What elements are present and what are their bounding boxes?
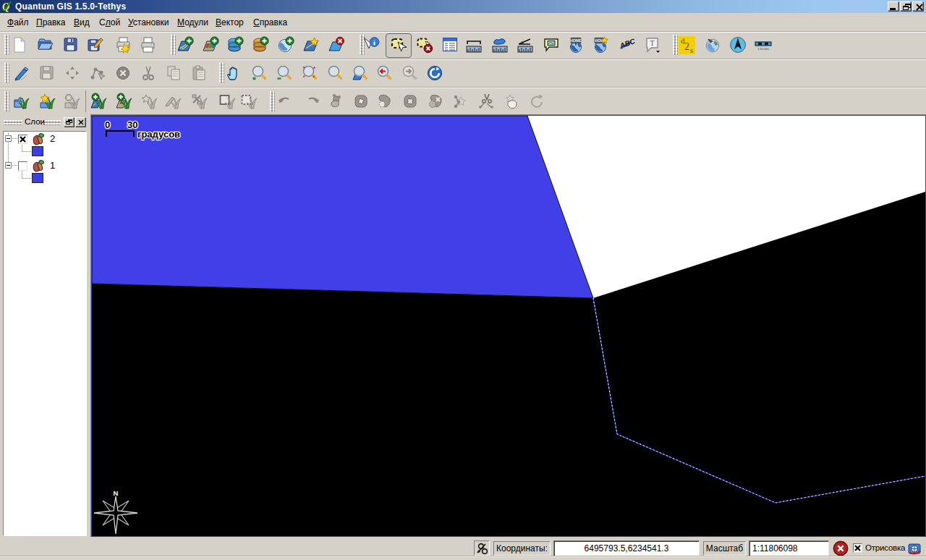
svg-text:s: s: [690, 46, 693, 54]
svg-text:ABC: ABC: [618, 37, 635, 50]
svg-text:30: 30: [127, 119, 137, 130]
svg-text:T: T: [650, 39, 654, 47]
svg-text:HOME: HOME: [570, 38, 582, 43]
svg-text:0: 0: [105, 119, 110, 130]
svg-text:1:50 000: 1:50 000: [757, 47, 769, 51]
svg-text:N: N: [114, 489, 119, 497]
svg-text:градусов: градусов: [137, 129, 180, 140]
svg-text:2: 2: [684, 41, 689, 52]
